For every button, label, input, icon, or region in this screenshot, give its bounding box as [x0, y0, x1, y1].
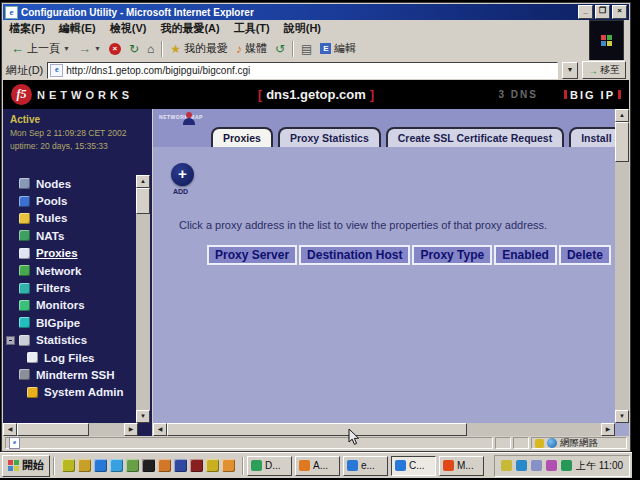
- product-bigip-label: BIG IP: [564, 89, 621, 101]
- connection-icon[interactable]: [561, 460, 572, 471]
- taskbar-separator: [242, 457, 244, 475]
- media-player-icon[interactable]: [222, 459, 235, 472]
- close-button[interactable]: ×: [612, 5, 627, 19]
- address-input[interactable]: [66, 65, 555, 76]
- toolbar-separator: [161, 41, 163, 57]
- network-map-button[interactable]: NETWORK MAP: [159, 112, 203, 144]
- scheduler-icon[interactable]: [546, 460, 557, 471]
- scroll-down-icon[interactable]: ▼: [615, 410, 629, 423]
- bigip-marker-icon: [564, 90, 567, 99]
- sidebar-item-statistics[interactable]: Statistics: [19, 332, 134, 349]
- tab-create-ssl-certificate-request[interactable]: Create SSL Certificate Request: [386, 127, 564, 147]
- sidebar-item-log-files[interactable]: Log Files: [19, 349, 134, 366]
- main-vertical-scrollbar[interactable]: ▲ ▼: [615, 109, 629, 423]
- sidebar-item-filters[interactable]: Filters: [19, 279, 134, 296]
- tab-proxies[interactable]: Proxies: [211, 127, 273, 147]
- sidebar-item-network[interactable]: Network: [19, 262, 134, 279]
- go-arrow-icon: →: [588, 65, 598, 76]
- scroll-left-icon[interactable]: ◀: [153, 423, 167, 436]
- media-button[interactable]: ♪ 媒體: [232, 39, 271, 58]
- back-dropdown-icon[interactable]: ▼: [63, 45, 70, 52]
- maximize-button[interactable]: ❐: [595, 5, 610, 19]
- menu-file[interactable]: 檔案(F): [9, 21, 45, 36]
- scrollbar-thumb[interactable]: [167, 423, 467, 436]
- proxy-table: Proxy Server Destination Host Proxy Type…: [205, 243, 613, 267]
- sidebar-item-mindterm-ssh[interactable]: Mindterm SSH: [19, 366, 134, 383]
- add-button[interactable]: +: [171, 163, 194, 186]
- column-delete: Delete: [559, 245, 611, 265]
- task-button-5[interactable]: M...: [439, 456, 484, 476]
- sidebar-item-system-admin[interactable]: System Admin: [19, 384, 134, 401]
- sidebar-item-label: Nodes: [36, 178, 71, 190]
- favorites-icon: ★: [170, 43, 181, 55]
- network-icon[interactable]: [516, 460, 527, 471]
- task-button-2[interactable]: A...: [295, 456, 340, 476]
- go-button[interactable]: → 移至: [582, 61, 626, 79]
- refresh-button[interactable]: ↻: [125, 41, 143, 57]
- stop-button[interactable]: ×: [105, 41, 125, 57]
- scroll-up-icon[interactable]: ▲: [136, 175, 150, 188]
- tab-proxy-statistics[interactable]: Proxy Statistics: [278, 127, 381, 147]
- taskbar-clock[interactable]: 上午 11:00: [576, 459, 623, 473]
- forward-dropdown-icon[interactable]: ▼: [94, 45, 101, 52]
- print-button[interactable]: ▤: [297, 41, 316, 57]
- sidebar-item-proxies[interactable]: Proxies: [19, 245, 134, 262]
- title-bar[interactable]: e Configuration Utility - Microsoft Inte…: [3, 4, 629, 20]
- menu-edit[interactable]: 編輯(E): [59, 21, 96, 36]
- address-dropdown-icon[interactable]: ▼: [562, 62, 578, 79]
- menu-bar: 檔案(F) 編輯(E) 檢視(V) 我的最愛(A) 工具(T) 說明(H): [3, 20, 590, 38]
- history-button[interactable]: ↺: [271, 41, 289, 57]
- scroll-down-icon[interactable]: ▼: [136, 410, 150, 423]
- explorer-icon[interactable]: [126, 459, 139, 472]
- address-box[interactable]: e: [47, 62, 558, 79]
- internet-explorer-icon[interactable]: [110, 459, 123, 472]
- sidebar-item-pools[interactable]: Pools: [19, 192, 134, 209]
- sidebar-horizontal-scrollbar[interactable]: ◀ ▶: [3, 423, 138, 436]
- task-button-3[interactable]: e...: [343, 456, 388, 476]
- keys-icon[interactable]: [206, 459, 219, 472]
- icq-icon[interactable]: [62, 459, 75, 472]
- favorites-button[interactable]: ★ 我的最愛: [166, 39, 232, 58]
- volume-icon[interactable]: [501, 460, 512, 471]
- toolbar-separator: [292, 41, 294, 57]
- app-icon: [347, 460, 358, 471]
- minimize-button[interactable]: _: [578, 5, 593, 19]
- statistics-expand-icon[interactable]: [6, 336, 15, 345]
- menu-help[interactable]: 說明(H): [284, 21, 321, 36]
- taskbar-separator: [53, 457, 55, 475]
- sidebar-item-rules[interactable]: Rules: [19, 210, 134, 227]
- sidebar-vertical-scrollbar[interactable]: ▲ ▼: [136, 175, 150, 423]
- edit-button[interactable]: E 編輯: [316, 39, 360, 58]
- sidebar-item-nats[interactable]: NATs: [19, 227, 134, 244]
- scroll-left-icon[interactable]: ◀: [3, 423, 17, 436]
- scrollbar-thumb[interactable]: [615, 122, 629, 162]
- display-icon[interactable]: [531, 460, 542, 471]
- sidebar-item-bigpipe[interactable]: BIGpipe: [19, 314, 134, 331]
- main-horizontal-scrollbar[interactable]: ◀ ▶: [153, 423, 615, 436]
- scroll-up-icon[interactable]: ▲: [615, 109, 629, 122]
- scrollbar-thumb[interactable]: [17, 423, 89, 436]
- menu-favorites[interactable]: 我的最愛(A): [160, 21, 219, 36]
- forward-button[interactable]: → ▼: [74, 39, 105, 58]
- tool-icon[interactable]: [190, 459, 203, 472]
- sidebar-item-monitors[interactable]: Monitors: [19, 297, 134, 314]
- back-button[interactable]: ← 上一頁 ▼: [7, 39, 74, 58]
- console-icon[interactable]: [142, 459, 155, 472]
- mail-icon[interactable]: [158, 459, 171, 472]
- refresh-icon: ↻: [129, 43, 139, 55]
- menu-view[interactable]: 檢視(V): [110, 21, 147, 36]
- show-desktop-icon[interactable]: [78, 459, 91, 472]
- scroll-right-icon[interactable]: ▶: [601, 423, 615, 436]
- home-button[interactable]: ⌂: [143, 41, 158, 57]
- messenger-icon[interactable]: [94, 459, 107, 472]
- sidebar-item-nodes[interactable]: Nodes: [19, 175, 134, 192]
- start-button[interactable]: 開始: [2, 455, 50, 477]
- task-button-1[interactable]: D...: [247, 456, 292, 476]
- scrollbar-thumb[interactable]: [136, 188, 150, 214]
- tab-band: NETWORK MAP Proxies Proxy Statistics Cre…: [153, 109, 629, 147]
- system-admin-icon: [27, 387, 38, 398]
- menu-tools[interactable]: 工具(T): [234, 21, 270, 36]
- task-button-configuration-utility[interactable]: C...: [391, 456, 436, 476]
- scroll-right-icon[interactable]: ▶: [124, 423, 138, 436]
- player-icon[interactable]: [174, 459, 187, 472]
